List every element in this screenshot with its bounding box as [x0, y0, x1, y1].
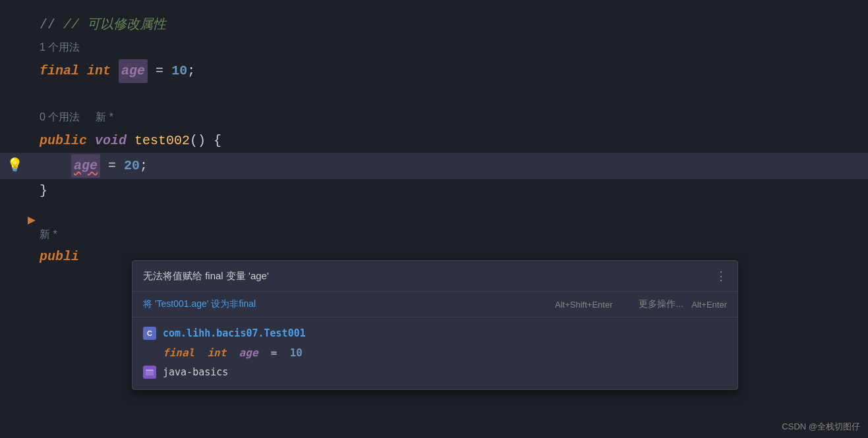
- popup-action-row: 将 'Test001.age' 设为非final Alt+Shift+Enter…: [132, 292, 738, 317]
- left-arrow-indicator: ▶: [28, 211, 36, 227]
- editor-area: // // 可以修改属性 1 个用法 final int age = 10; 0…: [0, 0, 868, 438]
- svg-rect-1: [146, 371, 154, 375]
- code-line-close-brace: }: [40, 179, 868, 203]
- preview-eq: =: [271, 346, 277, 359]
- keyword-publi-partial: publi: [40, 246, 79, 267]
- popup-header: 无法将值赋给 final 变量 'age' ⋮: [132, 261, 738, 292]
- keyword-public: public: [40, 130, 87, 151]
- usage-hint-1: 1 个用法: [40, 37, 868, 58]
- action-primary-label[interactable]: 将 'Test001.age' 设为非final: [143, 298, 544, 310]
- semicolon-1: ;: [187, 61, 195, 82]
- popup-code-preview: final int age = 10: [163, 346, 727, 359]
- usage-hint-0: 0 个用法 新 *: [40, 105, 868, 129]
- comment-slash: //: [40, 14, 55, 36]
- preview-var-age: age: [239, 346, 258, 359]
- keyword-int: int: [87, 61, 111, 82]
- action-primary-shortcut: Alt+Shift+Enter: [555, 300, 612, 310]
- new-hint-2: 新 *: [40, 224, 868, 245]
- keyword-void: void: [95, 130, 127, 151]
- empty-line: [40, 84, 868, 105]
- close-brace: }: [40, 180, 47, 202]
- hint-new-2: 新 *: [40, 226, 57, 243]
- var-age-assign: age: [71, 154, 100, 178]
- preview-keyword-int: int: [207, 346, 226, 359]
- number-10: 10: [171, 61, 187, 82]
- number-20: 20: [124, 155, 140, 177]
- popup-title: 无法将值赋给 final 变量 'age': [143, 270, 269, 283]
- code-line-test002: public void test002() {: [40, 129, 868, 153]
- paren-open: () {: [190, 130, 221, 151]
- popup-body: C com.lihh.bacis07.Test001 final int age…: [132, 317, 738, 389]
- hint-new: 新 *: [96, 109, 113, 126]
- package-name: java-basics: [163, 366, 228, 378]
- action-more-label[interactable]: 更多操作...: [639, 298, 683, 310]
- var-age-highlighted: age: [119, 59, 148, 83]
- package-icon: [143, 366, 156, 379]
- code-line-final-age: final int age = 10;: [40, 58, 868, 84]
- comment-line: // // 可以修改属性: [40, 13, 868, 37]
- preview-number-10: 10: [290, 346, 303, 359]
- operator-eq-2: =: [108, 155, 116, 177]
- lightbulb-icon[interactable]: 💡: [7, 155, 23, 177]
- empty-line-2: [40, 203, 868, 224]
- hint-label-0: 0 个用法: [40, 109, 80, 126]
- popup-class-row: C com.lihh.bacis07.Test001: [143, 327, 727, 340]
- semicolon-2: ;: [140, 155, 148, 177]
- code-line-age-assign: 💡 age = 20;: [0, 153, 868, 179]
- error-popup: 无法将值赋给 final 变量 'age' ⋮ 将 'Test001.age' …: [132, 260, 738, 390]
- comment-text: // 可以修改属性: [63, 14, 166, 36]
- method-test002: test002: [134, 130, 190, 151]
- operator-eq: =: [156, 61, 163, 82]
- popup-more-icon[interactable]: ⋮: [715, 269, 727, 283]
- hint-label-1: 1 个用法: [40, 39, 80, 56]
- class-icon: C: [143, 327, 156, 340]
- class-name[interactable]: com.lihh.bacis07.Test001: [163, 327, 306, 339]
- watermark: CSDN @全栈切图仔: [782, 421, 860, 433]
- preview-keyword-final: final: [163, 346, 194, 359]
- keyword-final: final: [40, 61, 79, 82]
- code-lines: // // 可以修改属性 1 个用法 final int age = 10; 0…: [0, 0, 868, 282]
- action-more-shortcut: Alt+Enter: [691, 300, 727, 310]
- popup-package-row: java-basics: [143, 366, 727, 379]
